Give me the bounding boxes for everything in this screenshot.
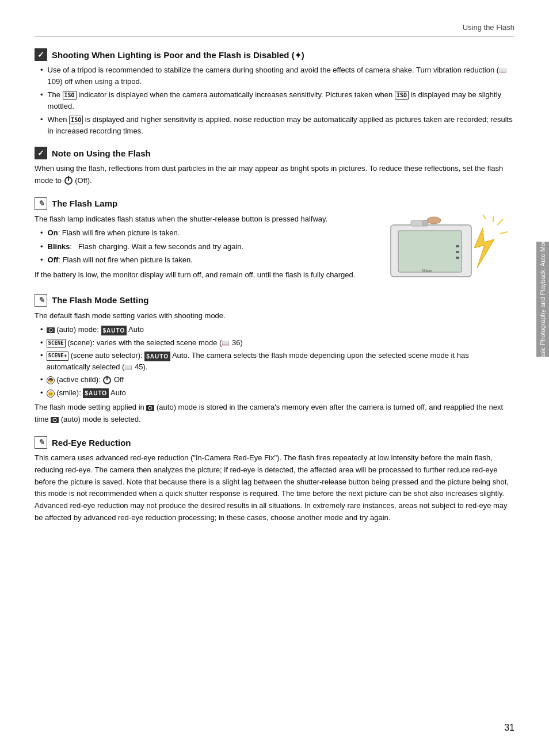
section3-header: ✎ The Flash Lamp xyxy=(35,197,514,210)
scene-auto-icon: SCENE+ xyxy=(47,352,69,361)
flash-lamp-footer: If the battery is low, the monitor displ… xyxy=(35,269,373,281)
bullet-auto-mode: (auto) mode: $AUTO Auto xyxy=(40,324,514,335)
svg-rect-3 xyxy=(456,245,459,247)
camera-icon-footer1 xyxy=(146,405,154,411)
section3-title: The Flash Lamp xyxy=(52,198,117,208)
camera-svg: Nikon xyxy=(388,213,509,282)
section1-title: Shooting When Lighting is Poor and the F… xyxy=(52,50,304,60)
section-flash-mode: ✎ The Flash Mode Setting The default fla… xyxy=(35,294,514,426)
section-red-eye: ✎ Red-Eye Reduction This camera uses adv… xyxy=(35,436,514,524)
section-note-flash: ✓ Note on Using the Flash When using the… xyxy=(35,147,514,187)
section2-title: Note on Using the Flash xyxy=(52,148,151,158)
pencil-icon-1: ✎ xyxy=(35,197,47,210)
flash-lamp-bullets: On: Flash will fire when picture is take… xyxy=(40,227,373,266)
bullet-scene: SCENE (scene): varies with the selected … xyxy=(40,337,514,349)
section4-intro: The default flash mode setting varies wi… xyxy=(35,310,514,322)
bullet-tripod: Use of a tripod is recommended to stabil… xyxy=(40,64,514,87)
flash-lamp-text: The flash lamp indicates flash status wh… xyxy=(35,213,373,284)
child-icon: 👦 xyxy=(47,376,55,384)
svg-rect-5 xyxy=(456,257,459,259)
svg-line-9 xyxy=(497,219,503,225)
bullet-off: Off: Flash will not fire when picture is… xyxy=(40,254,373,266)
bullet-iso-indicator: The ISO indicator is displayed when the … xyxy=(40,89,514,112)
header-title: Using the Flash xyxy=(463,23,514,32)
flash-lamp-intro: The flash lamp indicates flash status wh… xyxy=(35,213,373,226)
check-icon-2: ✓ xyxy=(35,147,47,159)
section5-header: ✎ Red-Eye Reduction xyxy=(35,436,514,449)
section4-header: ✎ The Flash Mode Setting xyxy=(35,294,514,307)
flash-lamp-image: Nikon xyxy=(382,213,514,282)
pencil-icon-3: ✎ xyxy=(35,436,47,449)
check-icon-1: ✓ xyxy=(35,48,47,61)
bullet-blinks: Blinks: Flash charging. Wait a few secon… xyxy=(40,241,373,253)
scene-icon: SCENE xyxy=(47,339,66,348)
section-shooting-when-lighting-poor: ✓ Shooting When Lighting is Poor and the… xyxy=(35,48,514,136)
bullet-noise-reduction: When ISO is displayed and higher sensiti… xyxy=(40,114,514,136)
section5-title: Red-Eye Reduction xyxy=(52,438,131,448)
page: Using the Flash Basic Photography and Pl… xyxy=(0,0,549,756)
page-number: 31 xyxy=(504,723,514,733)
bullet-on: On: Flash will fire when picture is take… xyxy=(40,227,373,239)
flash-lamp-content: The flash lamp indicates flash status wh… xyxy=(35,213,514,284)
svg-point-13 xyxy=(427,217,441,224)
svg-text:Nikon: Nikon xyxy=(422,269,432,273)
sidebar-label: Basic Photography and Playback: Auto Mod… xyxy=(539,236,546,362)
section4-footer: The flash mode setting applied in (auto)… xyxy=(35,402,514,426)
camera-mode-icon xyxy=(47,327,55,333)
svg-line-12 xyxy=(483,215,486,219)
svg-line-10 xyxy=(500,232,508,234)
svg-rect-4 xyxy=(456,251,459,253)
camera-icon-footer2 xyxy=(51,417,59,423)
section4-title: The Flash Mode Setting xyxy=(52,295,148,305)
bullet-active-child: 👦 (active child): Off xyxy=(40,374,514,385)
section2-header: ✓ Note on Using the Flash xyxy=(35,147,514,159)
bullet-scene-auto: SCENE+ (scene auto selector): $AUTO Auto… xyxy=(40,350,514,372)
pencil-icon-2: ✎ xyxy=(35,294,47,307)
smile-icon: 😊 xyxy=(47,390,55,398)
svg-marker-8 xyxy=(474,228,494,268)
flash-mode-bullets: (auto) mode: $AUTO Auto SCENE (scene): v… xyxy=(40,324,514,398)
page-header: Using the Flash xyxy=(35,23,514,37)
sidebar-tab: Basic Photography and Playback: Auto Mod… xyxy=(536,242,549,357)
section-flash-lamp: ✎ The Flash Lamp The flash lamp indicate… xyxy=(35,197,514,284)
section1-bullets: Use of a tripod is recommended to stabil… xyxy=(40,64,514,136)
section2-body: When using the flash, reflections from d… xyxy=(35,163,514,187)
svg-rect-1 xyxy=(398,231,462,272)
section5-body: This camera uses advanced red-eye reduct… xyxy=(35,452,514,524)
bullet-smile: 😊 (smile): $AUTO Auto xyxy=(40,387,514,399)
section1-header: ✓ Shooting When Lighting is Poor and the… xyxy=(35,48,514,61)
